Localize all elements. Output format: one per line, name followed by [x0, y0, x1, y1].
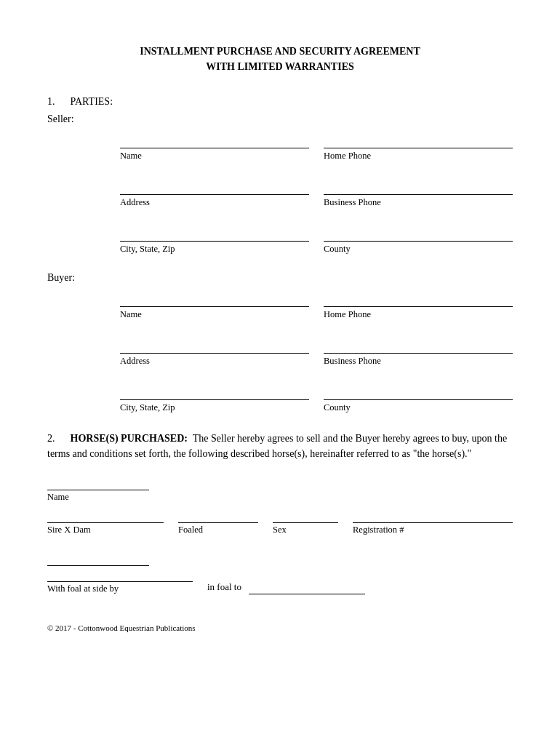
seller-csz-line[interactable]	[120, 226, 309, 242]
buyer-row1: Name Home Phone	[120, 291, 513, 320]
seller-name-line[interactable]	[120, 132, 309, 148]
seller-county-label: County	[324, 244, 513, 255]
seller-homephone-line[interactable]	[324, 132, 513, 148]
seller-bizphone-line[interactable]	[324, 179, 513, 195]
seller-row3: City, State, Zip County	[120, 226, 513, 255]
seller-row1: Name Home Phone	[120, 132, 513, 162]
buyer-block: Buyer: Name Home Phone Address Business …	[47, 272, 513, 413]
seller-label: Seller:	[47, 113, 513, 125]
seller-name-label: Name	[120, 151, 309, 162]
horse-sex-line[interactable]	[273, 509, 338, 523]
section2-text: 2. HORSE(S) PURCHASED: The Seller hereby…	[47, 431, 513, 461]
seller-csz-label: City, State, Zip	[120, 244, 309, 255]
footer: © 2017 - Cottonwood Equestrian Publicati…	[47, 624, 513, 632]
seller-bizphone-field: Business Phone	[324, 179, 513, 208]
seller-name-field: Name	[120, 132, 309, 162]
foal-to-line[interactable]	[249, 580, 365, 594]
section1-header: 1. PARTIES:	[47, 96, 513, 108]
buyer-csz-field: City, State, Zip	[120, 384, 309, 413]
foal-side-by-line[interactable]	[47, 567, 193, 582]
buyer-bizphone-field: Business Phone	[324, 338, 513, 367]
horse-details-row: Sire X Dam Foaled Sex Registration #	[47, 509, 513, 535]
section2-label: HORSE(S) PURCHASED:	[71, 433, 188, 444]
seller-homephone-field: Home Phone	[324, 132, 513, 162]
buyer-homephone-label: Home Phone	[324, 309, 513, 320]
foal-side-line[interactable]	[47, 551, 149, 566]
horse-name-row: Name	[47, 476, 513, 503]
buyer-csz-line[interactable]	[120, 384, 309, 400]
section1-number: 1.	[47, 96, 55, 107]
buyer-bizphone-line[interactable]	[324, 338, 513, 354]
seller-address-line[interactable]	[120, 179, 309, 195]
buyer-name-line[interactable]	[120, 291, 309, 307]
with-foal-label: With foal at side by	[47, 583, 193, 594]
horse-reg-label: Registration #	[353, 525, 513, 535]
buyer-bizphone-label: Business Phone	[324, 356, 513, 367]
buyer-address-line[interactable]	[120, 338, 309, 354]
section2-block: 2. HORSE(S) PURCHASED: The Seller hereby…	[47, 431, 513, 461]
seller-bizphone-label: Business Phone	[324, 197, 513, 208]
seller-address-field: Address	[120, 179, 309, 208]
buyer-homephone-field: Home Phone	[324, 291, 513, 320]
seller-county-field: County	[324, 226, 513, 255]
buyer-csz-label: City, State, Zip	[120, 402, 309, 413]
section2-number: 2.	[47, 433, 55, 444]
horse-name-label: Name	[47, 492, 513, 503]
seller-fields: Name Home Phone Address Business Phone C…	[120, 132, 513, 255]
document-title: INSTALLMENT PURCHASE AND SECURITY AGREEM…	[47, 44, 513, 74]
horse-foaled-field: Foaled	[178, 509, 258, 535]
seller-block: Seller: Name Home Phone Address Business…	[47, 113, 513, 255]
foal-row	[47, 540, 513, 566]
horse-reg-field: Registration #	[353, 509, 513, 535]
horse-sex-field: Sex	[273, 509, 338, 535]
seller-row2: Address Business Phone	[120, 179, 513, 208]
buyer-name-label: Name	[120, 309, 309, 320]
horse-reg-line[interactable]	[353, 509, 513, 523]
buyer-county-field: County	[324, 384, 513, 413]
copyright-text: © 2017 - Cottonwood Equestrian Publicati…	[47, 624, 196, 632]
buyer-fields: Name Home Phone Address Business Phone C…	[120, 291, 513, 413]
title-line2: WITH LIMITED WARRANTIES	[47, 59, 513, 74]
horse-sire-dam-label: Sire X Dam	[47, 525, 164, 535]
buyer-homephone-line[interactable]	[324, 291, 513, 307]
section1-label: PARTIES:	[71, 96, 113, 107]
horse-sire-dam-field: Sire X Dam	[47, 509, 164, 535]
horse-foaled-label: Foaled	[178, 525, 258, 535]
horse-sire-dam-line[interactable]	[47, 509, 164, 523]
buyer-county-label: County	[324, 402, 513, 413]
in-foal-to-text: in foal to	[207, 581, 241, 594]
buyer-name-field: Name	[120, 291, 309, 320]
seller-county-line[interactable]	[324, 226, 513, 242]
seller-address-label: Address	[120, 197, 309, 208]
seller-csz-field: City, State, Zip	[120, 226, 309, 255]
horse-fields-block: Name Sire X Dam Foaled Sex Registration …	[47, 476, 513, 594]
horse-foaled-line[interactable]	[178, 509, 258, 523]
buyer-label: Buyer:	[47, 272, 513, 284]
title-line1: INSTALLMENT PURCHASE AND SECURITY AGREEM…	[47, 44, 513, 59]
horse-name-line[interactable]	[47, 476, 149, 490]
buyer-address-label: Address	[120, 356, 309, 367]
seller-homephone-label: Home Phone	[324, 151, 513, 162]
horse-sex-label: Sex	[273, 525, 338, 535]
buyer-county-line[interactable]	[324, 384, 513, 400]
buyer-address-field: Address	[120, 338, 309, 367]
buyer-row2: Address Business Phone	[120, 338, 513, 367]
buyer-row3: City, State, Zip County	[120, 384, 513, 413]
